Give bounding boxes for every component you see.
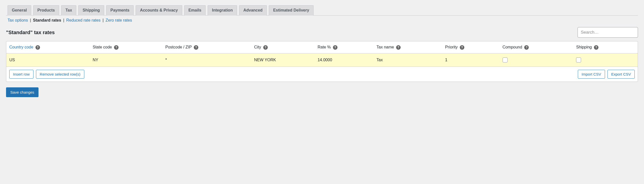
help-icon[interactable]: ? [194,45,198,50]
cell-priority[interactable]: 1 [442,53,500,67]
subnav-reduced-rates[interactable]: Reduced rate rates [66,18,100,23]
help-icon[interactable]: ? [114,45,119,50]
tab-emails[interactable]: Emails [184,5,206,16]
tab-tax[interactable]: Tax [61,5,76,16]
help-icon[interactable]: ? [594,45,598,50]
tab-accounts[interactable]: Accounts & Privacy [136,5,182,16]
col-state[interactable]: State code ? [90,41,162,53]
help-icon[interactable]: ? [396,45,401,50]
tab-general[interactable]: General [8,5,31,16]
col-priority[interactable]: Priority ? [442,41,500,53]
insert-row-button[interactable]: Insert row [9,70,33,79]
help-icon[interactable]: ? [263,45,268,50]
help-icon[interactable]: ? [333,45,337,50]
tab-shipping[interactable]: Shipping [78,5,104,16]
col-state-label: State code [93,45,112,49]
cell-state[interactable]: NY [90,53,162,67]
tab-products[interactable]: Products [33,5,59,16]
tab-payments[interactable]: Payments [106,5,134,16]
settings-tabs: General Products Tax Shipping Payments A… [6,5,638,16]
export-csv-button[interactable]: Export CSV [608,70,635,79]
col-compound[interactable]: Compound ? [500,41,573,53]
tax-subnav: Tax options | Standard rates | Reduced r… [6,18,638,23]
cell-compound [500,53,573,67]
separator: | [30,18,31,23]
cell-rate[interactable]: 14.0000 [315,53,373,67]
col-shipping[interactable]: Shipping ? [573,41,638,53]
table-footer: Insert row Remove selected row(s) Import… [6,67,638,82]
subnav-tax-options[interactable]: Tax options [8,18,28,23]
col-rate[interactable]: Rate % ? [315,41,373,53]
help-icon[interactable]: ? [35,45,40,50]
col-city-label: City [254,45,261,49]
subnav-standard-rates[interactable]: Standard rates [33,18,61,23]
col-postcode[interactable]: Postcode / ZIP ? [162,41,251,53]
col-rate-label: Rate % [318,45,331,49]
tax-rates-table: Country code ? State code ? Postcode / Z… [6,41,638,82]
tab-estimated[interactable]: Estimated Delivery [269,5,313,16]
remove-rows-button[interactable]: Remove selected row(s) [36,70,84,79]
separator: | [102,18,103,23]
col-postcode-label: Postcode / ZIP [165,45,192,49]
cell-postcode[interactable]: * [162,53,251,67]
tab-advanced[interactable]: Advanced [239,5,267,16]
col-country[interactable]: Country code ? [6,41,90,53]
subnav-zero-rates[interactable]: Zero rate rates [106,18,132,23]
help-icon[interactable]: ? [460,45,464,50]
col-compound-label: Compound [503,45,522,49]
cell-taxname[interactable]: Tax [373,53,442,67]
tab-integration[interactable]: Integration [208,5,237,16]
help-icon[interactable]: ? [524,45,529,50]
col-city[interactable]: City ? [251,41,315,53]
import-csv-button[interactable]: Import CSV [578,70,605,79]
col-taxname-label: Tax name [376,45,394,49]
separator: | [63,18,64,23]
search-input[interactable] [578,27,638,38]
table-row[interactable]: US NY * NEW YORK 14.0000 Tax 1 [6,53,638,67]
col-taxname[interactable]: Tax name ? [373,41,442,53]
cell-city[interactable]: NEW YORK [251,53,315,67]
save-changes-button[interactable]: Save changes [6,87,39,97]
col-country-label: Country code [9,45,33,49]
cell-shipping [573,53,638,67]
col-priority-label: Priority [445,45,458,49]
col-shipping-label: Shipping [576,45,592,49]
table-header-row: Country code ? State code ? Postcode / Z… [6,41,638,53]
shipping-checkbox[interactable] [576,57,581,63]
compound-checkbox[interactable] [503,57,508,63]
cell-country[interactable]: US [6,53,90,67]
page-title: "Standard" tax rates [6,30,55,35]
